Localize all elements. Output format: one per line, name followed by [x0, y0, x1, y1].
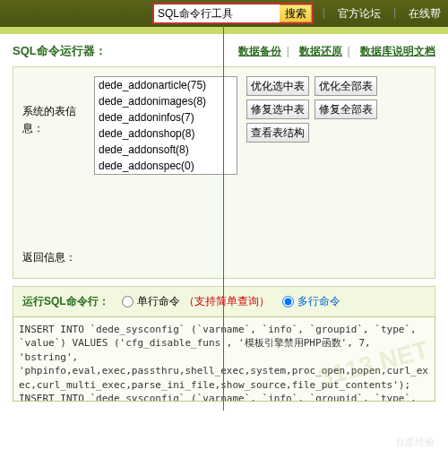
topbar-links: | 官方论坛 | 在线帮 [323, 6, 441, 22]
repair-selected-button[interactable]: 修复选中表 [246, 100, 309, 119]
sql-run-bar: 运行SQL命令行： 单行命令（支持简单查询） 多行命令 [13, 286, 435, 316]
top-bar: 搜索 | 官方论坛 | 在线帮 [0, 0, 448, 27]
table-label: 系统的表信息： [22, 76, 85, 137]
button-column: 优化选中表 优化全部表 修复选中表 修复全部表 查看表结构 [246, 76, 377, 143]
content-area: SQL命令运行器： 数据备份 | 数据还原 | 数据库说明文档 系统的表信息： … [0, 34, 448, 413]
accent-strip [0, 27, 448, 34]
return-info-label: 返回信息： [22, 247, 426, 269]
sql-textarea[interactable] [13, 316, 435, 402]
page-title: SQL命令运行器： [13, 43, 107, 59]
link-help[interactable]: 在线帮 [409, 6, 441, 22]
search-box: 搜索 [152, 3, 314, 24]
list-item[interactable]: dede_addonimages(8) [95, 93, 237, 109]
separator: | [393, 6, 396, 22]
list-item[interactable]: dede_addonarticle(75) [95, 77, 237, 93]
list-item[interactable]: dede_addonshop(8) [95, 125, 237, 142]
watermark-small: 百度经验 [395, 436, 435, 449]
nav-links: 数据备份 | 数据还原 | 数据库说明文档 [233, 44, 435, 59]
radio-multi-input[interactable] [282, 296, 294, 307]
list-item[interactable]: dede_addoninfos(7) [95, 109, 237, 125]
nav-backup[interactable]: 数据备份 [238, 45, 281, 57]
search-input[interactable] [154, 4, 280, 22]
optimize-selected-button[interactable]: 优化选中表 [246, 76, 309, 96]
link-forum[interactable]: 官方论坛 [338, 6, 381, 22]
radio-multi-line[interactable]: 多行命令 [282, 294, 340, 309]
header-row: SQL命令运行器： 数据备份 | 数据还原 | 数据库说明文档 [13, 43, 435, 59]
repair-all-button[interactable]: 修复全部表 [314, 100, 377, 119]
list-item[interactable]: dede_addonspec(0) [95, 158, 237, 174]
table-panel: 系统的表信息： dede_addonarticle(75)dede_addoni… [13, 66, 435, 279]
nav-restore[interactable]: 数据还原 [299, 45, 342, 57]
radio-single-line[interactable]: 单行命令（支持简单查询） [122, 294, 270, 309]
view-structure-button[interactable]: 查看表结构 [246, 123, 309, 143]
sql-run-title: 运行SQL命令行： [22, 294, 109, 309]
search-button[interactable]: 搜索 [280, 4, 312, 22]
optimize-all-button[interactable]: 优化全部表 [314, 76, 377, 96]
nav-doc[interactable]: 数据库说明文档 [360, 45, 435, 57]
separator: | [323, 6, 325, 22]
radio-single-input[interactable] [122, 296, 134, 307]
table-listbox[interactable]: dede_addonarticle(75)dede_addonimages(8)… [94, 76, 237, 175]
list-item[interactable]: dede_addonsoft(8) [95, 142, 237, 158]
